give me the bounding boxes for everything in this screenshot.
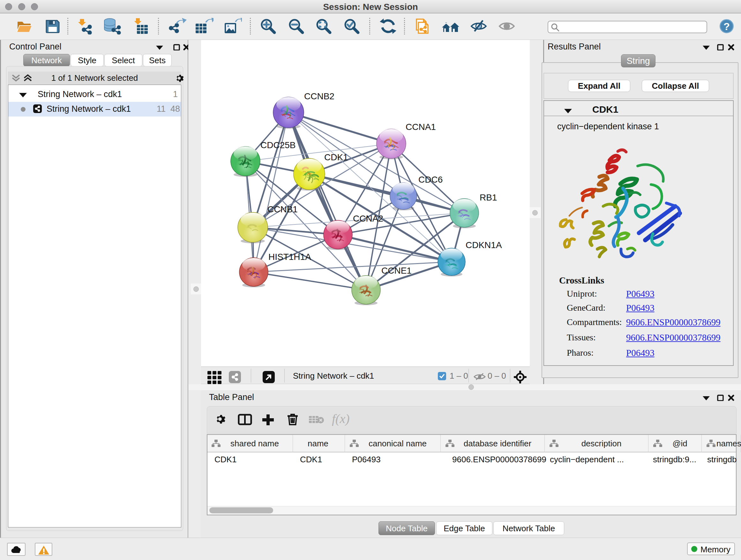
- svg-text:CCNE1: CCNE1: [381, 266, 412, 275]
- svg-text:CCNA1: CCNA1: [406, 122, 436, 132]
- svg-text:CDC25B: CDC25B: [260, 140, 295, 150]
- svg-text:CCNB1: CCNB1: [267, 204, 298, 214]
- svg-text:CDK1: CDK1: [324, 152, 348, 162]
- svg-text:CDC6: CDC6: [418, 175, 443, 185]
- svg-text:HIST1H1A: HIST1H1A: [268, 252, 311, 262]
- svg-text:CCNA2: CCNA2: [353, 213, 383, 224]
- svg-text:CDKN1A: CDKN1A: [466, 240, 502, 250]
- svg-text:RB1: RB1: [480, 192, 497, 202]
- svg-text:CCNB2: CCNB2: [304, 91, 334, 101]
